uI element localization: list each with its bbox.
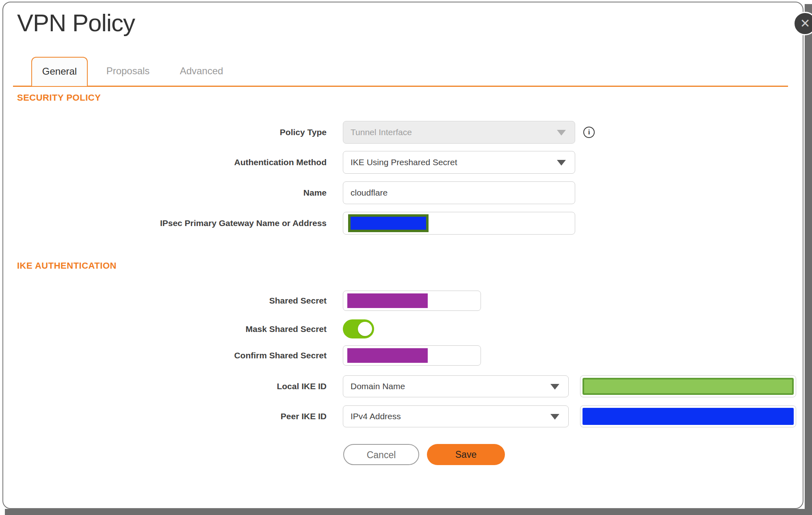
peer-ike-id-value-input[interactable]: [580, 405, 796, 427]
mask-shared-secret-label: Mask Shared Secret: [17, 324, 327, 334]
save-button[interactable]: Save: [427, 444, 505, 465]
confirm-shared-secret-input[interactable]: [343, 345, 481, 366]
tab-general-label: General: [32, 58, 87, 85]
peer-ike-id-select[interactable]: IPv4 Address: [343, 405, 569, 427]
local-ike-id-value-input[interactable]: [580, 375, 796, 397]
name-label: Name: [17, 188, 327, 198]
authentication-method-label: Authentication Method: [17, 157, 327, 167]
authentication-method-select[interactable]: IKE Using Preshared Secret: [343, 151, 575, 174]
chevron-down-icon: [557, 160, 566, 166]
name-value: cloudflare: [351, 188, 388, 198]
dialog-title: VPN Policy: [17, 9, 135, 37]
confirm-shared-secret-label: Confirm Shared Secret: [17, 351, 327, 360]
peer-ike-id-value: IPv4 Address: [351, 412, 401, 421]
local-ike-id-label: Local IKE ID: [17, 381, 327, 391]
name-input[interactable]: cloudflare: [343, 181, 575, 204]
vpn-policy-dialog: VPN Policy General Proposals Advanced SE…: [2, 2, 803, 509]
section-security-policy: SECURITY POLICY: [17, 93, 101, 103]
page-background-bottom: [5, 509, 812, 515]
local-ike-id-select[interactable]: Domain Name: [343, 375, 569, 397]
chevron-down-icon: [557, 130, 566, 136]
policy-type-value: Tunnel Interface: [351, 127, 412, 137]
cancel-button[interactable]: Cancel: [343, 444, 419, 465]
tab-advanced[interactable]: Advanced: [169, 57, 234, 85]
peer-ike-id-redacted-value: [582, 408, 794, 425]
tab-underline: [13, 86, 788, 87]
section-ike-authentication: IKE AUTHENTICATION: [17, 261, 117, 271]
confirm-shared-secret-redacted-value: [347, 348, 428, 363]
tab-general[interactable]: General: [31, 57, 88, 86]
mask-shared-secret-toggle[interactable]: [343, 319, 374, 338]
tab-advanced-label: Advanced: [169, 57, 234, 85]
screen: VPN Policy General Proposals Advanced SE…: [0, 0, 812, 515]
gateway-redacted-value: [348, 214, 429, 232]
shared-secret-input[interactable]: [343, 291, 481, 311]
local-ike-id-redacted-value: [582, 378, 794, 395]
shared-secret-redacted-value: [347, 293, 428, 308]
authentication-method-value: IKE Using Preshared Secret: [351, 157, 457, 167]
tab-proposals[interactable]: Proposals: [96, 57, 160, 85]
peer-ike-id-label: Peer IKE ID: [17, 412, 327, 421]
page-background-right: [805, 4, 812, 515]
shared-secret-label: Shared Secret: [17, 296, 327, 306]
chevron-down-icon: [550, 414, 559, 420]
gateway-label: IPsec Primary Gateway Name or Address: [17, 218, 327, 228]
local-ike-id-value: Domain Name: [351, 381, 405, 391]
gateway-input[interactable]: [343, 212, 575, 235]
tab-proposals-label: Proposals: [96, 57, 160, 85]
toggle-knob: [358, 322, 372, 336]
policy-type-select[interactable]: Tunnel Interface: [343, 121, 575, 144]
policy-type-label: Policy Type: [17, 127, 327, 137]
chevron-down-icon: [550, 384, 559, 390]
info-icon[interactable]: i: [583, 127, 595, 138]
